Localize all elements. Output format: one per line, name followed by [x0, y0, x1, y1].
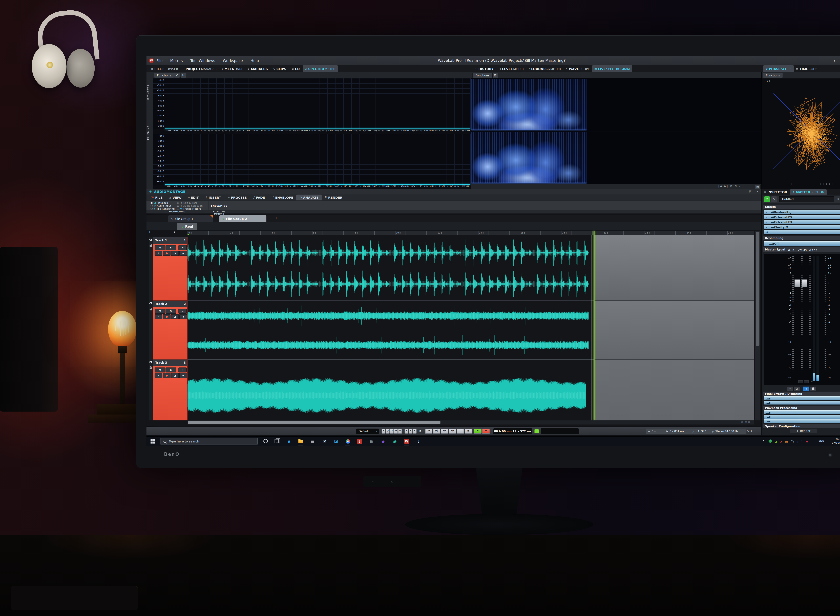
menu-tool-windows[interactable]: Tool Windows [191, 58, 215, 63]
tab-project[interactable]: ∷PROJECTMANAGER [180, 65, 219, 72]
ribbon-tab-process[interactable]: ∞PROCESS [224, 195, 250, 201]
track-title[interactable]: Track 33 [153, 359, 187, 366]
taskbar-app-edge[interactable]: e [284, 437, 293, 445]
zoom-ratio-status[interactable]: ◌x 1: 373 [690, 429, 713, 434]
drag-handle-icon[interactable]: ≡ [765, 215, 767, 219]
effect-slot-clarity-m[interactable]: ≡▁▃▅Clarity MS▭ [764, 225, 840, 229]
montage-settings-icon[interactable]: ◈ [173, 230, 176, 233]
ribbon-tab-insert[interactable]: ↧INSERT [202, 195, 224, 201]
zoom-controls[interactable]: |◀ ▶| ⊞ ⊟ ▭ [718, 185, 742, 188]
menu-help[interactable]: Help [251, 58, 259, 63]
panel-menu-icon[interactable]: ▤ [755, 185, 761, 190]
fast-forward-button[interactable]: ▶▶ [449, 429, 456, 434]
track-header-3[interactable]: Track 33MS∞≋●◢◀ [149, 359, 188, 421]
track-header-1[interactable]: Track 11MS∞≋●◢◀ [149, 237, 188, 301]
taskbar-app-chrome[interactable] [343, 437, 352, 445]
solo-button[interactable]: S [166, 368, 176, 373]
taskbar-app-app-note[interactable]: ♩ [414, 437, 423, 445]
show-hide-button[interactable]: Show/Hide [209, 201, 229, 210]
audio-clip-waveform[interactable] [188, 302, 589, 330]
menu-button[interactable]: ≡ [787, 386, 794, 391]
add-group-button[interactable]: + [275, 216, 278, 220]
add-effect-slot[interactable]: + [764, 230, 840, 234]
record-arm-button[interactable]: ● [163, 314, 171, 319]
power-button[interactable]: ⊙ [764, 197, 770, 202]
solo-button[interactable]: S [166, 309, 176, 314]
taskbar-app-wavelab[interactable]: W [402, 437, 411, 445]
audio-clip-waveform[interactable] [188, 377, 586, 414]
task-view-button[interactable] [275, 439, 279, 443]
stop-button[interactable]: ■ [465, 429, 472, 434]
functions-menu-button[interactable]: Functions [472, 73, 493, 78]
eye-icon[interactable] [150, 239, 152, 241]
montage-view-icons[interactable]: ▤▥▦ [741, 421, 752, 424]
radio-audio-input[interactable]: ΨAudio Input [151, 204, 171, 207]
wet-mode-button[interactable]: ◊ [803, 386, 809, 391]
meter-mode-dropdown[interactable] [798, 380, 803, 384]
tab-file[interactable]: ≡FILEBROWSER [149, 65, 180, 72]
drag-handle-icon[interactable]: ≡ [765, 220, 767, 224]
status-edit-star-icons[interactable]: ✎★ [747, 430, 754, 433]
tab-cd[interactable]: ◉CD [289, 65, 303, 72]
taskbar-app-steinberg-app[interactable]: ❮ [355, 437, 364, 445]
playback-processing-header[interactable]: Playback Processing ⇥ ▭ [763, 406, 840, 410]
speaker-config-header[interactable]: Speaker Configuration◁ [763, 424, 840, 428]
mute-button[interactable]: M [155, 368, 165, 373]
brush-icon[interactable]: ✎ [771, 197, 777, 202]
search-input[interactable]: Type here to search [161, 438, 258, 444]
vertical-scrollbar[interactable] [755, 231, 760, 421]
play-button[interactable]: ▶ [474, 429, 482, 434]
tab-inspector[interactable]: ≡INSPECTOR [762, 189, 790, 195]
tab-loudness[interactable]: ╱LOUDNESSMETER [526, 65, 563, 72]
tray-backup-icon[interactable]: ↑ [801, 440, 803, 443]
ribbon-tab-fade[interactable]: ╱FADE [250, 195, 268, 201]
resampling-header[interactable]: Resampling◔ [763, 236, 840, 240]
sidebar-item-bitmeter[interactable]: BITMETER [147, 84, 150, 100]
tab-time[interactable]: ▦TIMECODE [794, 65, 820, 72]
functions-menu-button[interactable]: Functions [154, 73, 174, 78]
transport-tool-1[interactable]: ◔ [386, 429, 390, 434]
audio-format-status[interactable]: ◎Stereo 44 100 Hz [710, 429, 746, 434]
effect-slot-external-fx[interactable]: ≡▁▃▅External FXS▭ [764, 215, 840, 219]
ribbon-tab-edit[interactable]: eEDIT [185, 195, 202, 201]
taskbar-app-app-violet[interactable]: ◆ [379, 437, 388, 445]
taskbar-app-file-explorer[interactable] [296, 437, 305, 445]
lock-icon[interactable] [150, 309, 152, 311]
fader-button[interactable]: ◢ [171, 251, 179, 256]
solo-button[interactable]: S [166, 245, 176, 250]
ribbon-tab-file[interactable]: WFILE [148, 195, 166, 201]
dithering-slot-1[interactable]: ▁▃▅▭ [764, 396, 840, 400]
track-body[interactable]: Track 22MS∞≋●◢◀ [153, 301, 188, 359]
drag-handle-icon[interactable]: ≡ [765, 210, 767, 214]
tray-audio-levels-icon[interactable]: ▦ [785, 440, 788, 443]
menu-workspace[interactable]: Workspace [223, 58, 243, 63]
ribbon-tab-view[interactable]: ◎VIEW [166, 195, 185, 201]
effect-slot-external-fx[interactable]: ≡▁▃▅External FXS▭ [764, 220, 840, 224]
playback-slot-2[interactable]: ▁▃▅▭ [764, 415, 840, 419]
pin-icon[interactable]: ▾ [834, 59, 835, 62]
fader-button[interactable]: ◢ [171, 314, 179, 319]
unlock-button[interactable] [810, 386, 817, 391]
audio-clip-waveform[interactable] [188, 331, 589, 359]
tab-level[interactable]: ılıLEVELMETER [497, 65, 526, 72]
tab-file-group-1[interactable]: ∿ File Group 1 [168, 215, 213, 222]
tray-diamond-app-icon[interactable]: ◆ [806, 440, 808, 443]
playback-slot-1[interactable]: ▁▃▅▭ [764, 411, 840, 414]
collapse-icon[interactable]: ⌅ [837, 197, 839, 200]
tab-wave[interactable]: ∿WAVESCOPE [563, 65, 592, 72]
eye-icon[interactable] [150, 361, 152, 363]
record-arm-button[interactable]: ● [163, 251, 171, 256]
speaker-button[interactable]: ◀ [179, 314, 187, 319]
record-button[interactable]: ● [482, 429, 490, 434]
ribbon-tab-render[interactable]: ÐRENDER [322, 195, 346, 201]
tab-live[interactable]: ▦LIVESPECTROGRAM [592, 65, 632, 72]
lock-icon[interactable] [150, 245, 152, 247]
tray-defender-icon[interactable]: ✓ [768, 439, 772, 443]
option-edit-cursor[interactable]: ↕Edit Cursor [177, 201, 197, 204]
tray-usb-icon[interactable]: ▯ [796, 440, 798, 443]
mute-button[interactable]: M [155, 245, 165, 250]
master-fader-left[interactable] [795, 279, 800, 287]
loop-button[interactable]: ↻ [457, 429, 464, 434]
start-button[interactable] [151, 439, 155, 444]
ribbon-tab-envelope[interactable]: ⌒ENVELOPE [268, 195, 296, 201]
